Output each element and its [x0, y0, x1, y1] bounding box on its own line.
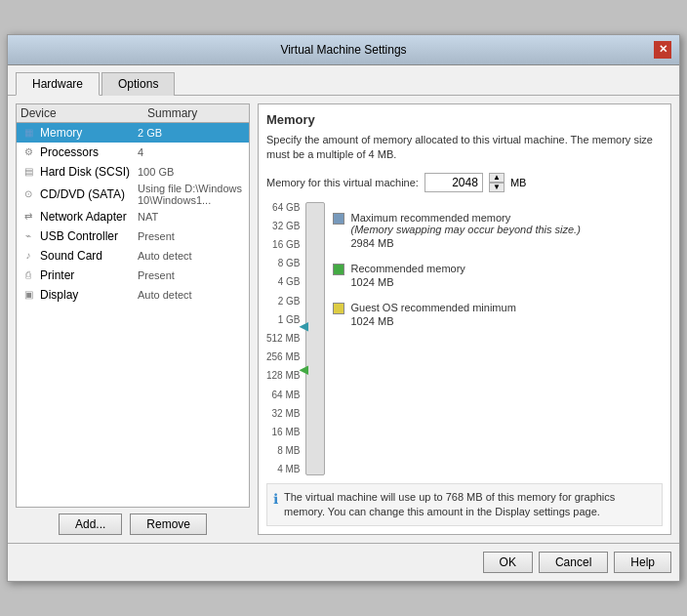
tab-hardware[interactable]: Hardware [16, 72, 100, 96]
legend-value: 2984 MB [350, 237, 580, 249]
device-icon: ▣ [20, 287, 36, 303]
slider-track-wrapper [305, 202, 325, 475]
scale-label: 4 GB [266, 276, 300, 287]
device-summary: Auto detect [138, 250, 245, 262]
legend-content-0: Maximum recommended memory (Memory swapp… [350, 212, 580, 249]
info-icon: ℹ [273, 490, 278, 520]
scale-label: 64 MB [266, 390, 300, 400]
main-content: Device Summary ▦ Memory 2 GB ⚙ Processor… [8, 96, 679, 544]
legend-content-2: Guest OS recommended minimum 1024 MB [350, 302, 515, 327]
device-summary: Present [138, 230, 245, 242]
device-summary: NAT [138, 211, 245, 223]
legend-label: Recommended memory [350, 263, 465, 274]
scale-label: 1 GB [266, 314, 300, 325]
memory-scale-labels: 64 GB32 GB16 GB8 GB4 GB2 GB1 GB512 MB256… [266, 202, 302, 475]
spinner-down[interactable]: ▼ [489, 183, 505, 192]
device-icon: ⌁ [20, 228, 36, 244]
legend-color-0 [333, 213, 344, 225]
legend-item: Guest OS recommended minimum 1024 MB [333, 302, 663, 327]
remove-button[interactable]: Remove [130, 513, 207, 535]
spinner-up[interactable]: ▲ [489, 173, 505, 183]
device-summary: 4 [138, 146, 245, 158]
legend-sublabel: (Memory swapping may occur beyond this s… [350, 224, 580, 235]
table-row[interactable]: ⊙ CD/DVD (SATA) Using file D:\Windows 10… [17, 182, 249, 207]
panel-title: Memory [266, 112, 663, 127]
tab-bar: Hardware Options [8, 65, 679, 96]
device-icon: ⚙ [20, 144, 36, 160]
add-button[interactable]: Add... [59, 513, 122, 535]
bottom-bar: OK Cancel Help [8, 543, 679, 581]
device-summary: 2 GB [138, 127, 245, 139]
panel-description: Specify the amount of memory allocated t… [266, 133, 663, 163]
legend-item: Maximum recommended memory (Memory swapp… [333, 212, 663, 249]
scale-label: 2 GB [266, 296, 300, 307]
legend-value: 1024 MB [350, 315, 515, 327]
left-buttons: Add... Remove [16, 513, 250, 535]
memory-label: Memory for this virtual machine: [266, 177, 419, 188]
col-device-header: Device [20, 106, 147, 120]
info-bar: ℹ The virtual machine will use up to 768… [266, 483, 663, 527]
scale-label: 32 GB [266, 221, 300, 231]
device-summary: Using file D:\Windows 10\Windows1... [138, 183, 245, 206]
table-row[interactable]: ▤ Hard Disk (SCSI) 100 GB [17, 162, 249, 182]
window-title: Virtual Machine Settings [33, 43, 654, 57]
legend-color-1 [333, 264, 344, 275]
device-icon: ⊙ [20, 186, 36, 202]
scale-label: 64 GB [266, 202, 300, 213]
scale-label: 256 MB [266, 351, 300, 362]
table-row[interactable]: ⌁ USB Controller Present [17, 226, 249, 246]
memory-row: Memory for this virtual machine: ▲ ▼ MB [266, 173, 663, 192]
device-name: Display [40, 288, 138, 302]
close-button[interactable]: ✕ [654, 41, 671, 59]
scale-label: 16 MB [266, 427, 300, 437]
right-panel: Memory Specify the amount of memory allo… [258, 103, 671, 536]
device-icon: ▤ [20, 164, 36, 180]
scale-label: 128 MB [266, 370, 300, 381]
memory-spinner: ▲ ▼ [489, 173, 505, 192]
memory-legend: Maximum recommended memory (Memory swapp… [333, 202, 663, 475]
cancel-button[interactable]: Cancel [539, 552, 608, 573]
help-button[interactable]: Help [614, 552, 671, 573]
device-name: Printer [40, 268, 138, 282]
table-row[interactable]: ▦ Memory 2 GB [17, 123, 249, 143]
device-name: Hard Disk (SCSI) [40, 165, 138, 179]
memory-chart-container: 64 GB32 GB16 GB8 GB4 GB2 GB1 GB512 MB256… [266, 202, 663, 475]
legend-item: Recommended memory 1024 MB [333, 263, 663, 288]
memory-unit: MB [510, 177, 527, 188]
title-bar: Virtual Machine Settings ✕ [8, 35, 679, 65]
info-text: The virtual machine will use up to 768 M… [284, 490, 656, 520]
legend-color-2 [333, 303, 344, 314]
scale-label: 4 MB [266, 464, 300, 474]
table-row[interactable]: ⇄ Network Adapter NAT [17, 207, 249, 226]
table-row[interactable]: ♪ Sound Card Auto detect [17, 246, 249, 266]
ok-button[interactable]: OK [483, 552, 533, 573]
device-name: Network Adapter [40, 210, 138, 224]
device-summary: 100 GB [138, 166, 245, 178]
device-name: USB Controller [40, 229, 138, 243]
legend-content-1: Recommended memory 1024 MB [350, 263, 465, 288]
device-icon: ⇄ [20, 209, 36, 225]
left-panel: Device Summary ▦ Memory 2 GB ⚙ Processor… [16, 103, 250, 536]
table-header: Device Summary [17, 104, 249, 123]
memory-input[interactable] [424, 173, 483, 192]
table-row[interactable]: ⎙ Printer Present [17, 266, 249, 285]
scale-label: 16 GB [266, 239, 300, 250]
scale-label: 32 MB [266, 408, 300, 419]
device-table: Device Summary ▦ Memory 2 GB ⚙ Processor… [16, 103, 250, 509]
table-row[interactable]: ⚙ Processors 4 [17, 143, 249, 162]
device-name: Sound Card [40, 249, 138, 263]
device-summary: Present [138, 269, 245, 281]
device-icon: ▦ [20, 125, 36, 141]
device-name: Processors [40, 145, 138, 159]
device-name: CD/DVD (SATA) [40, 187, 138, 201]
slider-track[interactable] [305, 202, 325, 475]
device-icon: ♪ [20, 248, 36, 264]
memory-slider-area: 64 GB32 GB16 GB8 GB4 GB2 GB1 GB512 MB256… [266, 202, 325, 475]
device-rows-container: ▦ Memory 2 GB ⚙ Processors 4 ▤ Hard Disk… [17, 123, 249, 305]
table-row[interactable]: ▣ Display Auto detect [17, 285, 249, 305]
scale-label: 8 GB [266, 258, 300, 268]
tab-options[interactable]: Options [101, 72, 175, 96]
device-summary: Auto detect [138, 289, 245, 301]
device-name: Memory [40, 126, 138, 140]
device-icon: ⎙ [20, 267, 36, 283]
